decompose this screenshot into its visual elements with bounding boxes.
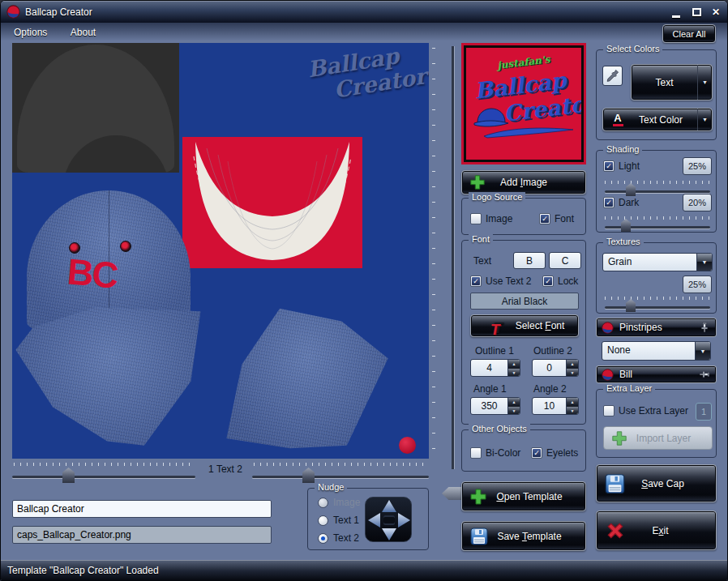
filename-input[interactable]: caps_Ballcap_Creator.png: [12, 526, 272, 544]
save-template-button[interactable]: Save Template: [461, 521, 586, 551]
check-icon: ✓: [605, 199, 613, 207]
eyelet-right: [120, 241, 131, 252]
maximize-button[interactable]: [689, 6, 704, 18]
close-button[interactable]: ✕: [709, 6, 723, 18]
text1-input[interactable]: Ballcap Creator: [12, 500, 272, 518]
cap-top-panel: [12, 43, 179, 173]
vertical-slider[interactable]: [430, 43, 465, 471]
spin-up-icon[interactable]: ▲: [508, 398, 520, 406]
extra-layer-group: Extra Layer Use Extra Layer 1 Import Lay…: [596, 389, 717, 458]
text-c-label: C: [562, 255, 569, 267]
text-color-button[interactable]: A Text Color ▼: [602, 108, 713, 131]
floppy-icon: [469, 527, 489, 546]
outline2-spinner[interactable]: 0 ▲▼: [532, 359, 579, 377]
spin-up-icon[interactable]: ▲: [508, 360, 520, 368]
open-template-button[interactable]: Open Template: [461, 481, 586, 511]
image-hslider-track[interactable]: [12, 476, 195, 478]
radio-text1-label: Text 1: [333, 515, 359, 526]
spin-down-icon[interactable]: ▼: [567, 368, 578, 377]
textures-title: Textures: [603, 237, 644, 246]
outline2-value: 0: [533, 362, 566, 374]
textures-group: Textures Grain ▼ 25%: [596, 242, 717, 314]
checkbox-light[interactable]: ✓ Light: [603, 160, 640, 172]
spin-down-icon[interactable]: ▼: [508, 406, 520, 415]
logo-source-title: Logo Source: [469, 192, 525, 202]
light-slider-track[interactable]: [605, 190, 710, 193]
texture-slider-track[interactable]: [605, 306, 710, 309]
checkbox-use-text2[interactable]: ✓ Use Text 2: [470, 276, 531, 287]
check-icon: ✓: [472, 277, 480, 285]
nudge-right-button[interactable]: [398, 513, 410, 528]
logo-source-group: Logo Source Image ✓ Font: [461, 198, 586, 235]
texture-slider-thumb[interactable]: [626, 299, 636, 312]
checkbox-image[interactable]: Image: [470, 213, 512, 224]
checkbox-dark[interactable]: ✓ Dark: [603, 197, 639, 208]
radio-text1[interactable]: Text 1: [318, 515, 359, 526]
texture-dropdown[interactable]: Grain ▼: [602, 253, 713, 271]
texture-canvas[interactable]: Ballcap Creator BC: [12, 43, 429, 459]
shading-title: Shading: [603, 144, 642, 154]
dark-slider-thumb[interactable]: [621, 219, 631, 232]
app-icon: [6, 5, 20, 19]
radio-text2[interactable]: Text 2: [318, 532, 359, 544]
pinstripes-header[interactable]: Pinstripes: [596, 318, 717, 337]
color-target-dropdown[interactable]: Text ▼: [631, 64, 713, 100]
pin-icon[interactable]: [700, 322, 709, 333]
spin-down-icon[interactable]: ▼: [508, 368, 520, 377]
text-hslider-track[interactable]: [252, 476, 429, 478]
menu-options[interactable]: Options: [4, 23, 57, 38]
minimize-button[interactable]: [669, 6, 683, 18]
outline1-spinner[interactable]: 4 ▲▼: [470, 359, 520, 377]
dark-slider-track[interactable]: [605, 226, 710, 229]
spin-down-icon[interactable]: ▼: [567, 406, 578, 415]
import-layer-button[interactable]: Import Layer: [603, 426, 713, 450]
texture-strength-value: 25%: [683, 276, 712, 293]
light-value: 25%: [683, 157, 712, 175]
nudge-up-button[interactable]: [382, 500, 396, 512]
app-window: Ballcap Creator ✕ Options About Clear Al…: [0, 0, 728, 581]
select-font-button[interactable]: TT Select Font: [470, 314, 579, 337]
other-objects-group: Other Objects Bi-Color ✓ Eyelets: [461, 429, 586, 472]
nudge-down-button[interactable]: [382, 528, 396, 540]
bill-fabric-rect: [182, 137, 362, 268]
eyedropper-button[interactable]: [602, 66, 623, 86]
image-hslider[interactable]: [12, 459, 195, 485]
angle1-spinner[interactable]: 350 ▲▼: [470, 397, 520, 415]
save-cap-button[interactable]: Save Cap: [596, 464, 717, 502]
spin-up-icon[interactable]: ▲: [567, 398, 578, 406]
clear-all-button[interactable]: Clear All: [662, 24, 716, 43]
angle2-spinner[interactable]: 10 ▲▼: [532, 397, 579, 415]
exit-button[interactable]: Exit: [596, 511, 717, 550]
pin-icon[interactable]: [699, 370, 710, 379]
dark-label: Dark: [619, 197, 639, 208]
text-b-button[interactable]: B: [513, 252, 546, 269]
checkbox-bicolor[interactable]: Bi-Color: [470, 447, 520, 459]
checkbox-font[interactable]: ✓ Font: [539, 213, 574, 224]
nudge-title: Nudge: [315, 482, 347, 492]
angle2-label: Angle 2: [533, 383, 567, 395]
swoosh-icon: [482, 126, 575, 142]
select-font-label: Select Font: [516, 320, 565, 331]
pinstripes-dropdown[interactable]: None ▼: [602, 341, 711, 361]
vertical-slider-track[interactable]: [452, 46, 454, 469]
nudge-left-button[interactable]: [368, 513, 380, 528]
check-icon: ✓: [533, 449, 541, 457]
extra-layer-title: Extra Layer: [603, 383, 655, 393]
checkbox-use-extra-layer[interactable]: Use Extra Layer: [603, 405, 688, 417]
text-label: Text: [473, 255, 491, 267]
text-c-button[interactable]: C: [549, 252, 581, 269]
add-image-button[interactable]: Add Image: [461, 170, 586, 194]
image-hslider-thumb[interactable]: [62, 468, 75, 483]
tick-strip: [432, 48, 435, 463]
bill-header[interactable]: Bill: [596, 365, 717, 383]
menu-about[interactable]: About: [61, 23, 105, 38]
spin-up-icon[interactable]: ▲: [567, 360, 578, 368]
vertical-slider-thumb[interactable]: [442, 487, 463, 500]
light-slider-thumb[interactable]: [626, 183, 636, 196]
checkbox-lock[interactable]: ✓ Lock: [542, 276, 578, 287]
text-hslider-thumb[interactable]: [302, 468, 315, 483]
text-color-label: Text Color: [624, 114, 697, 126]
checkbox-box: [470, 447, 482, 459]
checkbox-eyelets[interactable]: ✓ Eyelets: [531, 447, 578, 459]
radio-image[interactable]: Image: [318, 497, 360, 508]
